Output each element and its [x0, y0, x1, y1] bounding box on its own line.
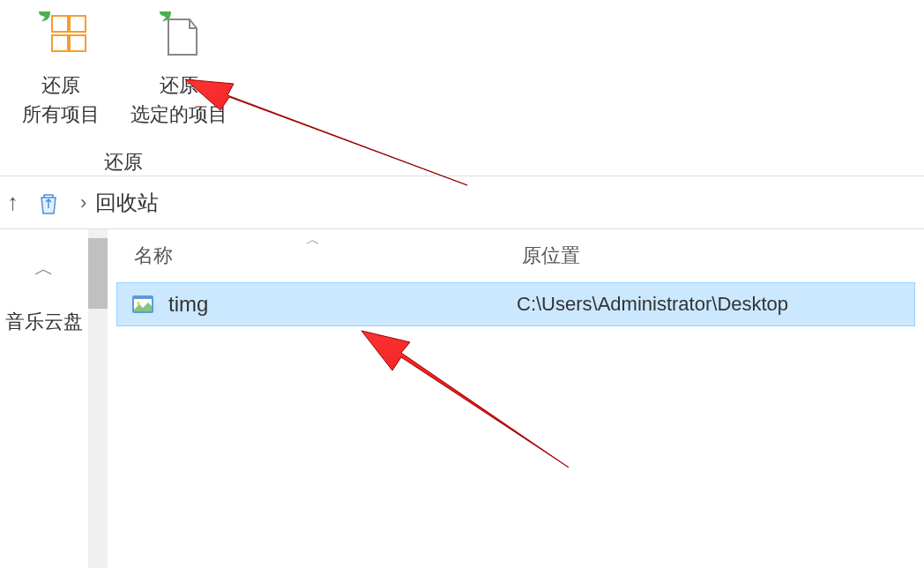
restore-selected-label-2: 选定的项目: [130, 100, 227, 129]
file-location: C:\Users\Administrator\Desktop: [517, 293, 788, 316]
file-name: timg: [168, 292, 517, 317]
restore-selected-icon: [153, 9, 205, 62]
restore-all-label-1: 还原: [22, 71, 100, 100]
restore-all-icon: [34, 9, 87, 62]
svg-rect-2: [52, 35, 68, 51]
sidebar-item-music-cloud[interactable]: 音乐云盘: [5, 309, 83, 335]
svg-rect-3: [70, 35, 86, 51]
svg-rect-0: [52, 16, 68, 32]
content-area: ︿ 音乐云盘 名称 ︿ 原位置 timg C:\Users\Administra: [0, 229, 924, 568]
ribbon-toolbar: 还原 所有项目 还原 选定的项目 还原: [0, 0, 924, 176]
file-list: 名称 ︿ 原位置 timg C:\Users\Administrator\Des…: [108, 229, 924, 568]
breadcrumb-separator: ›: [80, 191, 86, 214]
file-icon: [130, 292, 155, 317]
sidebar: ︿ 音乐云盘: [0, 229, 88, 568]
scrollbar-thumb[interactable]: [88, 238, 108, 309]
scrollbar-track[interactable]: [88, 229, 108, 568]
ribbon-group-label: 还原: [18, 149, 229, 176]
column-headers: 名称 ︿ 原位置: [116, 229, 915, 282]
svg-rect-1: [70, 16, 86, 32]
recycle-bin-icon: [34, 189, 63, 217]
breadcrumb-location[interactable]: 回收站: [95, 189, 159, 217]
restore-all-label-2: 所有项目: [22, 100, 100, 129]
file-row[interactable]: timg C:\Users\Administrator\Desktop: [116, 282, 915, 326]
column-header-location[interactable]: 原位置: [522, 243, 898, 269]
restore-selected-button[interactable]: 还原 选定的项目: [126, 4, 232, 133]
column-header-name[interactable]: 名称 ︿: [134, 243, 522, 269]
sort-indicator-icon: ︿: [306, 231, 320, 250]
restore-all-button[interactable]: 还原 所有项目: [18, 4, 104, 133]
sidebar-scroll-up-icon[interactable]: ︿: [34, 256, 54, 282]
up-button[interactable]: ↑: [0, 189, 26, 216]
restore-selected-label-1: 还原: [130, 71, 227, 100]
address-bar: ↑ › 回收站: [0, 176, 924, 229]
